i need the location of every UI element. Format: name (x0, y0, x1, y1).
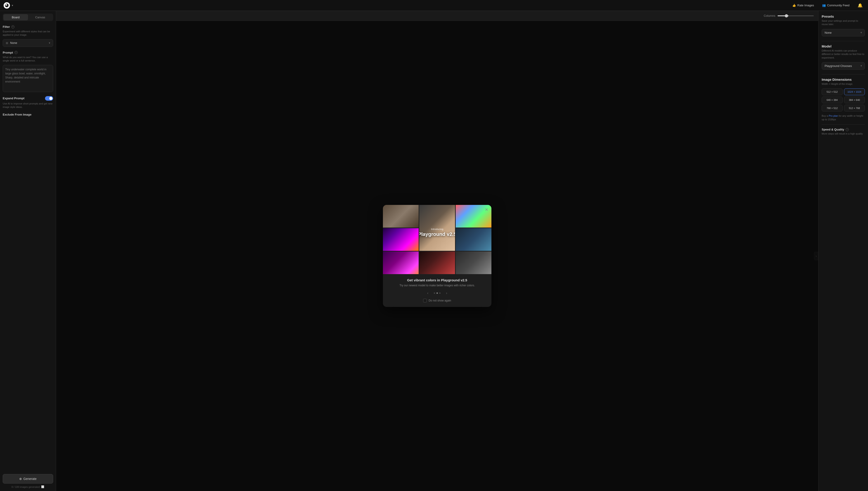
canvas-content: ✕ Introducing Playground v2.5 (56, 21, 818, 491)
image-dimensions-title: Image Dimensions (822, 78, 865, 81)
dim-btn-512x512[interactable]: 512 × 512 (822, 88, 843, 95)
speed-quality-desc: More steps will result in a high quality (822, 132, 865, 136)
modal-next-button[interactable]: › (446, 291, 447, 295)
pro-plan-text: Buy a Pro plan for any width or height u… (822, 114, 865, 121)
modal: ✕ Introducing Playground v2.5 (383, 205, 491, 307)
filter-selected: None (10, 41, 17, 45)
modal-pagination: ‹ › (388, 291, 486, 295)
prompt-section-label: Prompt ? (3, 51, 53, 54)
modal-image-grid: Introducing Playground v2.5 (383, 205, 491, 274)
dim-btn-768x512[interactable]: 768 × 512 (822, 105, 843, 112)
header: ▾ 👍 Rate Images 👥 Community Feed 🔔 (0, 0, 868, 11)
prompt-input[interactable] (3, 65, 53, 92)
model-desc: Different AI models can produce differen… (822, 49, 865, 59)
modal-subtitle: Get vibrant colors in Playground v2.5 (388, 278, 486, 282)
logo[interactable] (4, 2, 10, 8)
main-layout: Board Canvas Filter ? Experiment with di… (0, 11, 868, 491)
generate-count: 0 / 100 images generated ⬜ (3, 485, 53, 488)
expand-prompt-toggle[interactable] (45, 96, 53, 100)
presets-dropdown[interactable]: None ▾ (822, 29, 865, 36)
dim-btn-384x640[interactable]: 384 × 640 (844, 96, 865, 103)
bell-icon: 🔔 (858, 3, 863, 8)
dim-btn-1024x1024[interactable]: 1024 × 1024 (844, 88, 865, 95)
community-icon: 👥 (822, 4, 826, 7)
divider-2 (822, 74, 865, 75)
tab-canvas[interactable]: Canvas (28, 14, 53, 20)
model-title: Model (822, 44, 865, 48)
filter-description: Experiment with different styles that ca… (3, 30, 53, 37)
exclude-label: Exclude From Image (3, 113, 53, 116)
presets-selected: None (825, 31, 832, 34)
dimension-grid: 512 × 512 1024 × 1024 640 × 384 384 × 64… (822, 88, 865, 112)
model-dropdown[interactable]: Playground Chooses ▾ (822, 62, 865, 70)
presets-chevron-icon: ▾ (861, 31, 862, 34)
community-feed-button[interactable]: 👥 Community Feed (820, 3, 851, 8)
playground-title: Playground v2.5 (419, 231, 455, 237)
view-mode-tabs: Board Canvas (3, 13, 53, 21)
header-left: ▾ (4, 2, 13, 8)
expand-prompt-label: Expand Prompt (3, 96, 24, 100)
filter-dropdown[interactable]: ⊗ None ▾ (3, 39, 53, 47)
rate-images-label: Rate Images (797, 4, 814, 7)
do-not-show-row: Do not show again (388, 299, 486, 302)
dim-btn-640x384[interactable]: 640 × 384 (822, 96, 843, 103)
divider-3 (822, 124, 865, 125)
presets-desc: Save your settings and prompt to reuse l… (822, 19, 865, 26)
prompt-info-icon[interactable]: ? (14, 51, 18, 54)
dot-3 (439, 292, 440, 294)
canvas-area: Columns ✕ Introducing (56, 11, 818, 491)
expand-prompt-row: Expand Prompt (3, 96, 53, 100)
presets-title: Presets (822, 15, 865, 18)
columns-slider[interactable] (778, 16, 814, 16)
columns-bar: Columns (56, 11, 818, 21)
dim-btn-512x768[interactable]: 512 × 768 (844, 105, 865, 112)
modal-image-neoncat (383, 228, 418, 251)
divider-1 (822, 41, 865, 41)
rate-images-button[interactable]: 👍 Rate Images (790, 3, 816, 8)
toggle-knob (49, 97, 53, 100)
modal-dots (434, 292, 440, 294)
modal-image-ninja (419, 252, 455, 274)
pro-plan-link[interactable]: Pro plan (829, 114, 839, 117)
dot-1 (434, 292, 435, 294)
modal-description: Try our newest model to make better imag… (388, 284, 486, 287)
columns-label: Columns (764, 14, 775, 18)
modal-image-astronaut (456, 252, 491, 274)
prompt-description: What do you want to see? You can use a s… (3, 56, 53, 63)
speed-quality-info-icon[interactable]: ? (846, 128, 849, 131)
notification-button[interactable]: 🔔 (856, 2, 864, 9)
do-not-show-label[interactable]: Do not show again (429, 299, 451, 302)
expand-prompt-desc: Use AI to improve short prompts and get … (3, 102, 53, 109)
modal-close-button[interactable]: ✕ (485, 208, 488, 212)
modal-overlay: ✕ Introducing Playground v2.5 (56, 21, 818, 491)
modal-body: Get vibrant colors in Playground v2.5 Tr… (383, 274, 491, 307)
filter-section-label: Filter ? (3, 25, 53, 29)
community-feed-label: Community Feed (827, 4, 849, 7)
header-right: 👍 Rate Images 👥 Community Feed 🔔 (790, 2, 864, 9)
modal-prev-button[interactable]: ‹ (427, 291, 428, 295)
dot-2 (436, 292, 438, 294)
filter-chevron-icon: ▾ (49, 41, 50, 45)
speed-quality-title: Speed & Quality (822, 128, 844, 131)
right-sidebar: Presets Save your settings and prompt to… (818, 11, 868, 491)
tab-board[interactable]: Board (3, 14, 28, 20)
filter-info-icon[interactable]: ? (11, 25, 14, 29)
modal-overlay-text: Introducing Playground v2.5 (419, 228, 455, 237)
logo-icon (5, 4, 8, 7)
info-badge-icon: ⬜ (41, 485, 44, 488)
model-chevron-icon: ▾ (861, 64, 862, 67)
image-dimensions-desc: Width × Height of the image. (822, 82, 865, 86)
model-selected: Playground Chooses (825, 64, 852, 68)
modal-image-monster (456, 228, 491, 251)
modal-image-cowboy: Introducing Playground v2.5 (419, 205, 455, 251)
app-menu-chevron[interactable]: ▾ (12, 4, 13, 7)
plus-icon: ⊕ (19, 477, 22, 481)
do-not-show-checkbox[interactable] (423, 299, 427, 302)
filter-icon: ⊗ (6, 41, 8, 45)
generate-button[interactable]: ⊕ Generate (3, 474, 53, 484)
modal-image-rocker (383, 252, 418, 274)
thumbs-up-icon: 👍 (792, 4, 796, 7)
speed-quality-row: Speed & Quality ? (822, 128, 865, 131)
modal-image-dog (383, 205, 418, 228)
introducing-label: Introducing (419, 228, 455, 230)
